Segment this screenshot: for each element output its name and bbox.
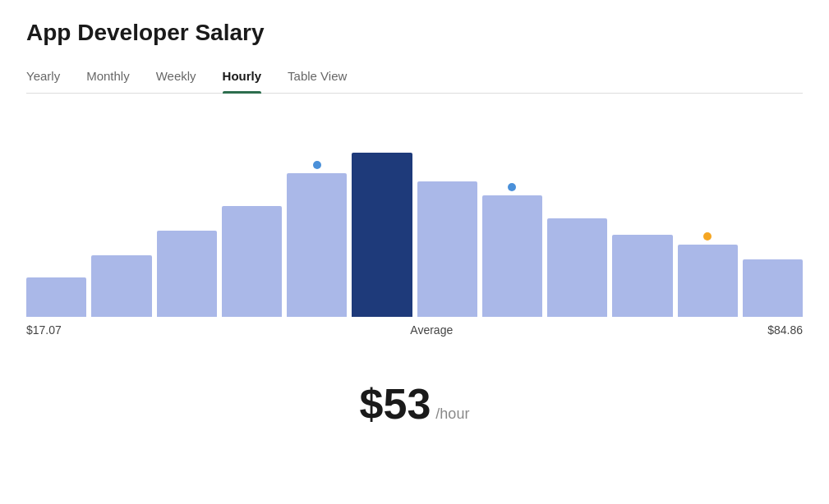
bar-wrapper bbox=[157, 120, 217, 317]
bar-item bbox=[157, 231, 217, 317]
x-label-max: $84.86 bbox=[767, 323, 803, 337]
bar-wrapper bbox=[612, 120, 672, 317]
bar-item bbox=[352, 153, 412, 317]
salary-unit: /hour bbox=[435, 405, 469, 423]
bar-item bbox=[287, 173, 347, 317]
bar-wrapper bbox=[222, 120, 282, 317]
bar-item bbox=[547, 218, 607, 317]
bar-item bbox=[482, 195, 542, 317]
x-axis-labels: $17.07 Average $84.86 bbox=[26, 323, 803, 337]
dot-orange-icon bbox=[703, 232, 712, 241]
bar-item bbox=[612, 235, 672, 317]
chart-area: $17.07 Average $84.86 bbox=[26, 120, 803, 366]
bar-item bbox=[26, 277, 86, 317]
tab-hourly[interactable]: Hourly bbox=[223, 69, 262, 93]
bar-item bbox=[91, 255, 151, 317]
bar-wrapper bbox=[26, 120, 86, 317]
bars-container bbox=[26, 120, 803, 317]
page-container: App Developer Salary Yearly Monthly Week… bbox=[26, 20, 803, 428]
page-title: App Developer Salary bbox=[26, 20, 803, 46]
bar-item bbox=[743, 259, 803, 317]
bar-wrapper bbox=[352, 120, 412, 317]
bar-wrapper bbox=[547, 120, 607, 317]
tab-table-view[interactable]: Table View bbox=[288, 69, 347, 93]
x-label-avg: Average bbox=[410, 323, 453, 337]
x-label-min: $17.07 bbox=[26, 323, 62, 337]
salary-display: $53 /hour bbox=[26, 379, 803, 428]
bar-wrapper bbox=[482, 120, 542, 317]
bar-wrapper bbox=[678, 120, 738, 317]
tab-yearly[interactable]: Yearly bbox=[26, 69, 60, 93]
tab-bar: Yearly Monthly Weekly Hourly Table View bbox=[26, 69, 803, 94]
bar-wrapper bbox=[91, 120, 151, 317]
bar-wrapper bbox=[287, 120, 347, 317]
dot-blue-icon bbox=[313, 161, 321, 169]
bar-item bbox=[417, 181, 477, 317]
dot-blue-icon bbox=[508, 183, 516, 191]
salary-amount: $53 bbox=[360, 379, 431, 428]
bar-item bbox=[222, 206, 282, 317]
tab-weekly[interactable]: Weekly bbox=[156, 69, 196, 93]
bar-item bbox=[678, 245, 738, 317]
bar-wrapper bbox=[743, 120, 803, 317]
bar-wrapper bbox=[417, 120, 477, 317]
tab-monthly[interactable]: Monthly bbox=[86, 69, 130, 93]
